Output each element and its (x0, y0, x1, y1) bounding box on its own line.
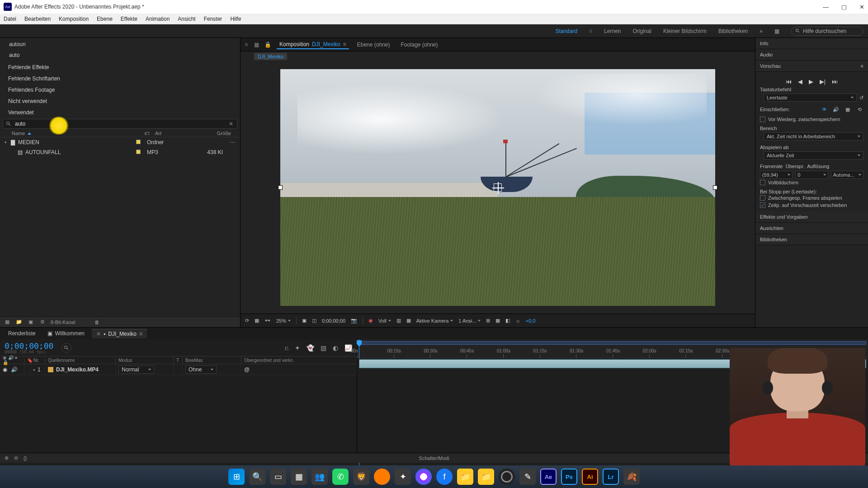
stop-movetime-checkbox[interactable]: ✓Zeitp. auf Vorschauzeit verschieben (760, 202, 863, 209)
misc-icon[interactable]: 🍂 (623, 469, 640, 485)
timeline-layer-row[interactable]: ◉🔊 ▸1 DJI_Mexiko.MP4 Normal Ohne @ (0, 364, 357, 375)
notes-icon[interactable]: 📁 (478, 469, 494, 485)
workspace-standard[interactable]: Standard (555, 28, 577, 34)
grid-safe-icon[interactable]: ▦ (495, 318, 500, 324)
tab-comp-timeline[interactable]: ✕▪DJI_Mexiko≡ (92, 329, 147, 338)
after-effects-icon[interactable]: Ae (540, 469, 557, 485)
workspace-original[interactable]: Original (633, 28, 651, 34)
audio-toggle-icon[interactable]: 🔊 (11, 366, 18, 373)
panel-preview-header[interactable]: Vorschau≡ (755, 61, 868, 72)
menu-datei[interactable]: Datei (4, 16, 16, 22)
project-folder-row[interactable]: ▾ ▇ MEDIEN Ordner ⋯ (0, 137, 240, 147)
workspace-lernen[interactable]: Lernen (604, 28, 621, 34)
views-dropdown[interactable]: 1 Ansi... (458, 318, 481, 324)
windows-start-icon[interactable]: ⊞ (228, 469, 245, 485)
menu-animation[interactable]: Animation (146, 16, 170, 22)
parent-pickwhip-icon[interactable]: @ (244, 366, 250, 373)
close-tab-icon[interactable]: ✕ (96, 331, 101, 337)
app2-icon[interactable]: ✎ (519, 469, 536, 485)
shy-icon[interactable]: 👻 (307, 344, 314, 352)
search-icon[interactable]: 🔍 (249, 469, 265, 485)
draft3d-icon[interactable]: ✦ (295, 344, 300, 352)
next-frame-button[interactable]: ▶| (820, 78, 826, 85)
illustrator-icon[interactable]: Ai (582, 469, 598, 485)
layer-color-icon[interactable] (48, 367, 53, 372)
roi-icon[interactable]: ◫ (312, 318, 316, 324)
lightroom-icon[interactable]: Lr (603, 469, 619, 485)
skip-select[interactable]: 0 (795, 171, 828, 179)
timeline-search-button[interactable] (61, 343, 71, 353)
filter-unused[interactable]: Nicht verwendet (0, 94, 240, 106)
snapshot-icon[interactable]: 📷 (351, 318, 357, 324)
col-t[interactable]: T (176, 358, 179, 363)
folder-twisty-icon[interactable]: ▾ (5, 140, 9, 145)
blend-mode-select[interactable]: Normal (118, 366, 154, 374)
last-frame-button[interactable]: ⏭ (832, 78, 838, 85)
interpret-footage-icon[interactable]: ▦ (4, 319, 11, 325)
anchor-point-icon[interactable] (494, 183, 502, 192)
toggle-brackets-icon[interactable]: {} (24, 455, 27, 461)
project-search[interactable]: ✕ (3, 119, 237, 129)
col-mode[interactable]: Modus (118, 358, 132, 363)
pixel-aspect-icon[interactable]: ⊞ (486, 318, 490, 324)
suggestion-item[interactable]: auto (0, 50, 240, 61)
include-audio-icon[interactable]: 🔊 (832, 106, 840, 113)
tab-renderlist[interactable]: Renderliste (4, 329, 40, 338)
motion-blur-icon[interactable]: ◐ (333, 344, 338, 352)
col-type[interactable]: Art (155, 131, 205, 136)
preview-resolution-select[interactable]: Automa... (831, 171, 863, 179)
maximize-button[interactable]: ▢ (841, 4, 847, 10)
tab-footage[interactable]: Footage (ohne) (398, 41, 440, 49)
col-source[interactable]: Quellenname (48, 358, 75, 363)
fast-preview-icon[interactable]: ▥ (396, 318, 401, 324)
transparency-grid-icon[interactable]: ▦ (255, 318, 259, 324)
track-matte-select[interactable]: Ohne (185, 366, 217, 374)
app-icon[interactable]: ✦ (395, 469, 411, 485)
workspace-grid-icon[interactable]: ▦ (774, 28, 779, 34)
panel-info-header[interactable]: Info (755, 38, 868, 49)
workspace-overflow-icon[interactable]: » (760, 28, 763, 34)
tab-composition[interactable]: Komposition DJI_Mexiko ≡ (277, 40, 349, 49)
switches-modes-button[interactable]: Schalter/Modi (419, 455, 449, 461)
reset-shortcut-icon[interactable]: ↺ (859, 95, 863, 101)
filter-missing-effects[interactable]: Fehlende Effekte (0, 61, 240, 72)
prev-frame-button[interactable]: ◀ (798, 78, 802, 85)
col-parent[interactable]: Übergeordnet und verkn. (244, 358, 294, 363)
photoshop-icon[interactable]: Ps (561, 469, 577, 485)
include-video-icon[interactable]: 👁 (820, 106, 828, 113)
fullscreen-checkbox[interactable]: Vollbildschirm (760, 179, 863, 186)
menu-hilfe[interactable]: Hilfe (230, 16, 241, 22)
current-time-display[interactable]: 0;00;00;00 (5, 341, 53, 351)
project-settings-icon[interactable]: ⚙ (39, 319, 46, 325)
workspace-bibliotheken[interactable]: Bibliotheken (718, 28, 748, 34)
tab-menu-icon[interactable]: ≡ (343, 41, 346, 47)
viewer-breadcrumb[interactable]: DJI_Mexiko (254, 53, 287, 60)
close-tab-icon[interactable]: ✕ (244, 42, 249, 48)
widgets-icon[interactable]: ▦ (291, 469, 307, 485)
menu-komposition[interactable]: Komposition (59, 16, 89, 22)
row-actions-icon[interactable]: ⋯ (228, 139, 236, 145)
menu-ebene[interactable]: Ebene (97, 16, 113, 22)
firefox-icon[interactable] (374, 469, 390, 485)
col-tag[interactable]: 🏷 (144, 131, 155, 136)
menu-fenster[interactable]: Fenster (204, 16, 222, 22)
label-swatch-icon[interactable] (136, 150, 141, 154)
col-nr[interactable]: Nr. (33, 358, 39, 363)
viewer-canvas[interactable] (241, 61, 755, 314)
col-name[interactable]: Name (12, 131, 25, 136)
panel-audio-header[interactable]: Audio (755, 49, 868, 61)
cache-before-play-checkbox[interactable]: Vor Wiederg. zwischenspeichern (760, 116, 863, 123)
lock-icon[interactable]: 🔒 (264, 42, 271, 48)
timecode-display[interactable]: 0;00;00;00 (322, 318, 345, 324)
always-preview-icon[interactable]: ⟳ (245, 318, 249, 324)
brave-icon[interactable]: 🦁 (353, 469, 369, 485)
panel-effects-header[interactable]: Effekte und Vorgaben (755, 211, 868, 223)
new-comp-icon[interactable]: ▣ (27, 319, 34, 325)
trash-icon[interactable]: 🗑 (93, 319, 100, 325)
clear-search-icon[interactable]: ✕ (225, 121, 237, 127)
filter-used[interactable]: Verwendet (0, 106, 240, 117)
first-frame-button[interactable]: ⏮ (786, 78, 792, 85)
viewer-grid-icon[interactable]: ▦ (254, 42, 259, 48)
play-button[interactable]: ▶ (809, 78, 813, 85)
teams-icon[interactable]: 👥 (311, 469, 328, 485)
